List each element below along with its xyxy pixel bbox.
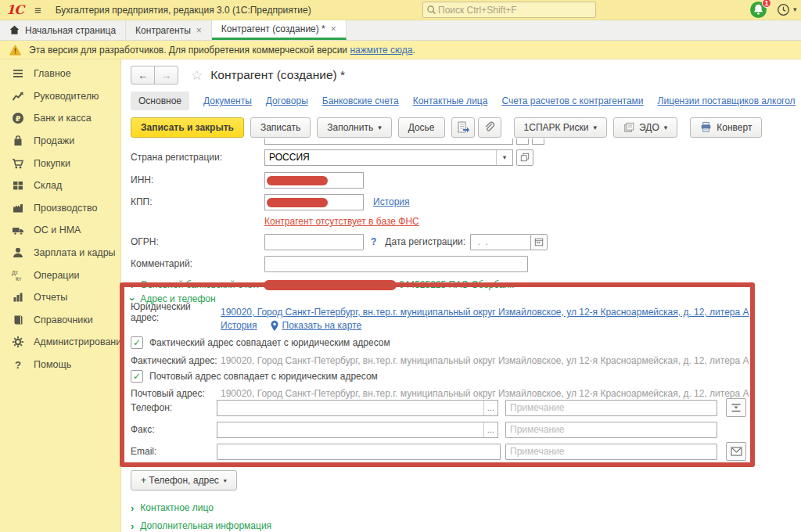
create-based-on-button[interactable] — [451, 117, 475, 138]
show-on-map-link[interactable]: Показать на карте — [282, 320, 362, 331]
favorite-star-icon[interactable]: ☆ — [191, 67, 203, 84]
address-history-link[interactable]: История — [221, 320, 257, 331]
sidebar-item-administrirovanie[interactable]: Администрирование — [0, 331, 120, 354]
legal-address-label: Юридический адрес: — [131, 301, 221, 323]
kpp-input[interactable] — [264, 194, 364, 210]
fax-ellipsis-button[interactable]: ... — [483, 422, 497, 437]
save-button[interactable]: Записать — [250, 117, 311, 138]
sidebar-item-sklad[interactable]: Склад — [0, 174, 120, 197]
main-menu-icon[interactable]: ≡ — [34, 3, 41, 16]
phone-input[interactable] — [217, 402, 483, 413]
sidebar-item-rukovoditelyu[interactable]: Руководителю — [0, 85, 120, 108]
actual-same-checkbox[interactable]: ✓ — [131, 336, 143, 349]
titlebar-menu-caret-icon[interactable]: ▾ — [793, 5, 797, 13]
bar-chart-icon — [11, 291, 24, 304]
main-bank-account-link[interactable]: Основной банковский счет: — [140, 279, 259, 290]
add-phone-address-button[interactable]: + Телефон, адрес▾ — [131, 470, 237, 491]
tab-dogovory[interactable]: Договоры — [266, 95, 308, 106]
phone-note-input[interactable] — [505, 400, 717, 416]
sidebar-item-pomosch[interactable]: ? Помощь — [0, 354, 120, 376]
email-note-input[interactable] — [505, 444, 717, 460]
shopping-bag-icon — [11, 135, 24, 148]
envelope-print-button[interactable]: Конверт — [690, 117, 762, 138]
fax-note-input[interactable] — [505, 422, 717, 438]
expand-chevron-icon[interactable]: › — [131, 280, 134, 290]
sidebar-item-pokupki[interactable]: Покупки — [0, 152, 120, 174]
dossier-button[interactable]: Досье — [398, 117, 445, 138]
button-label: ЭДО — [639, 122, 659, 133]
sidebar-item-operacii[interactable]: ДтКт Операции — [0, 264, 120, 286]
tab-osnovnoe[interactable]: Основное — [131, 92, 189, 110]
tab-licenzii-postavshikov[interactable]: Лицензии поставщиков алкогольной продукц… — [658, 95, 796, 106]
forward-button[interactable]: → — [154, 66, 178, 84]
close-tab-icon[interactable]: × — [331, 23, 336, 34]
send-email-button[interactable] — [726, 442, 746, 461]
reg-date-calendar-button[interactable] — [530, 234, 548, 250]
forward-arrow-icon: → — [161, 70, 171, 81]
sidebar-item-otchety[interactable]: Отчеты — [0, 286, 120, 309]
tab-kontragent-sozdanie[interactable]: Контрагент (создание) * × — [212, 20, 347, 40]
sidebar-item-proizvodstvo[interactable]: Производство — [0, 197, 120, 220]
reg-date-input[interactable] — [470, 234, 531, 250]
global-search[interactable] — [422, 2, 596, 18]
inn-input[interactable] — [264, 172, 364, 189]
email-input[interactable] — [217, 444, 501, 460]
ogrn-help-icon[interactable]: ? — [371, 236, 376, 247]
collapse-chevron-icon[interactable]: › — [128, 297, 138, 300]
close-tab-icon[interactable]: × — [196, 25, 202, 36]
sidebar-item-os-i-nma[interactable]: ОС и НМА — [0, 219, 120, 242]
expand-chevron-icon[interactable]: › — [131, 503, 134, 513]
tab-scheta-raschetov[interactable]: Счета расчетов с контрагентами — [501, 95, 643, 106]
tab-bankovskie-scheta[interactable]: Банковские счета — [322, 95, 399, 106]
phone-row: Телефон: ... — [131, 398, 746, 417]
attachments-button[interactable] — [478, 117, 501, 138]
sidebar-item-prodazhi[interactable]: Продажи — [0, 130, 120, 153]
sidebar-item-spravochniki[interactable]: Справочники — [0, 309, 120, 332]
fax-label: Факс: — [131, 424, 217, 435]
fax-input[interactable] — [217, 424, 483, 435]
sidebar-item-zarplata-i-kadry[interactable]: Зарплата и кадры — [0, 242, 120, 264]
button-label: Записать — [260, 122, 300, 133]
expand-chevron-icon[interactable]: › — [131, 521, 134, 531]
sidebar-item-bank-i-kassa[interactable]: ₽ Банк и касса — [0, 107, 120, 130]
postal-same-checkbox[interactable]: ✓ — [131, 370, 143, 383]
save-and-close-button[interactable]: Записать и закрыть — [131, 117, 244, 138]
history-clock-icon[interactable] — [777, 3, 790, 19]
comment-input[interactable] — [264, 256, 528, 272]
actual-address-value: 190020, Город Санкт-Петербург, вн.тер.г.… — [221, 355, 749, 366]
spark-risks-button[interactable]: 1СПАРК Риски▾ — [514, 117, 608, 138]
check-icon: ✓ — [133, 337, 141, 348]
tab-dokumenty[interactable]: Документы — [203, 95, 252, 106]
fill-button[interactable]: Заполнить▾ — [317, 117, 391, 138]
phone-types-button[interactable] — [726, 398, 746, 417]
search-input[interactable] — [436, 4, 592, 16]
fax-field[interactable]: ... — [217, 422, 498, 438]
country-dropdown-caret-icon[interactable]: ▾ — [496, 150, 512, 165]
country-open-button[interactable] — [516, 149, 533, 166]
edo-button[interactable]: ЭДО▾ — [613, 117, 677, 138]
1c-logo: 1С — [6, 2, 23, 17]
legal-address-link[interactable]: 190020, Город Санкт-Петербург, вн.тер.г.… — [221, 307, 749, 318]
additional-info-section[interactable]: › Дополнительная информация — [131, 517, 271, 532]
sidebar-item-label: Руководителю — [34, 91, 99, 102]
back-button[interactable]: ← — [131, 66, 155, 84]
dt-kt-icon: ДтКт — [11, 268, 24, 282]
tab-home[interactable]: Начальная страница — [0, 20, 126, 40]
tab-kontaktnye-lica[interactable]: Контактные лица — [413, 95, 488, 106]
sidebar-item-glavnoe[interactable]: Главное — [0, 63, 120, 85]
phone-field[interactable]: ... — [217, 400, 498, 416]
country-combobox[interactable]: ▾ — [264, 149, 513, 166]
kpp-history-link[interactable]: История — [373, 196, 410, 207]
notifications-bell-icon[interactable]: 1 — [749, 1, 768, 20]
check-icon: ✓ — [133, 371, 141, 382]
document-arrow-icon — [457, 121, 469, 134]
country-input[interactable] — [265, 152, 496, 163]
fns-missing-link[interactable]: Контрагент отсутствует в базе ФНС — [264, 216, 419, 227]
caret-down-icon: ▾ — [594, 124, 598, 131]
ogrn-input[interactable] — [264, 234, 364, 250]
clock-icon — [777, 3, 790, 16]
phone-ellipsis-button[interactable]: ... — [483, 401, 497, 415]
tab-kontragenty[interactable]: Контрагенты × — [126, 20, 212, 40]
contact-person-section[interactable]: › Контактное лицо — [131, 499, 214, 516]
buy-commercial-link[interactable]: нажмите сюда — [350, 45, 412, 56]
